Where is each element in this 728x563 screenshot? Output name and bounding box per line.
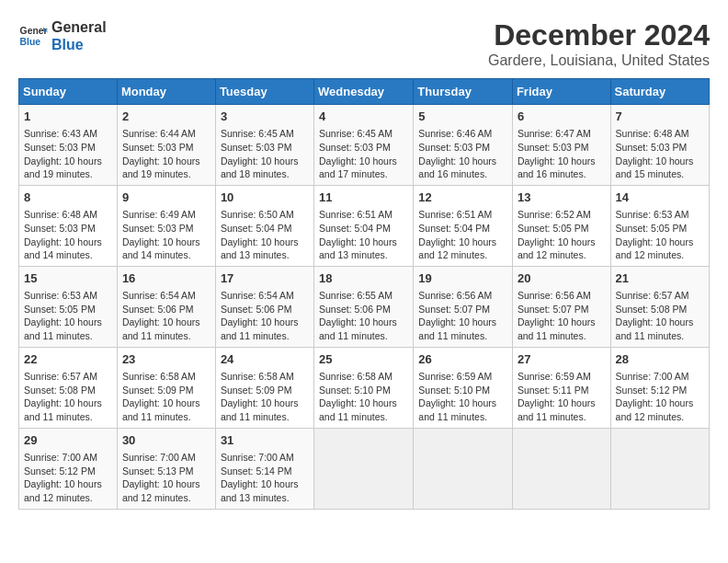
day-number: 29 — [24, 432, 112, 449]
calendar-cell: 15Sunrise: 6:53 AMSunset: 5:05 PMDayligh… — [19, 266, 118, 347]
day-number: 7 — [616, 109, 704, 125]
day-number: 23 — [122, 351, 210, 368]
calendar-cell: 8Sunrise: 6:48 AMSunset: 5:03 PMDaylight… — [19, 185, 118, 266]
calendar-cell: 16Sunrise: 6:54 AMSunset: 5:06 PMDayligh… — [117, 266, 215, 347]
calendar-cell: 21Sunrise: 6:57 AMSunset: 5:08 PMDayligh… — [610, 266, 709, 347]
calendar-cell: 5Sunrise: 6:46 AMSunset: 5:03 PMDaylight… — [414, 105, 513, 186]
header: General Blue General Blue December 2024 … — [18, 18, 710, 69]
calendar-cell: 20Sunrise: 6:56 AMSunset: 5:07 PMDayligh… — [512, 266, 610, 347]
page-subtitle: Gardere, Louisiana, United States — [488, 52, 710, 69]
calendar-cell: 11Sunrise: 6:51 AMSunset: 5:04 PMDayligh… — [314, 185, 414, 266]
header-monday: Monday — [117, 79, 215, 105]
calendar-cell: 19Sunrise: 6:56 AMSunset: 5:07 PMDayligh… — [414, 266, 513, 347]
calendar-cell: 22Sunrise: 6:57 AMSunset: 5:08 PMDayligh… — [19, 347, 118, 428]
week-row-5: 29Sunrise: 7:00 AMSunset: 5:12 PMDayligh… — [19, 428, 710, 509]
calendar-cell: 25Sunrise: 6:58 AMSunset: 5:10 PMDayligh… — [314, 347, 414, 428]
day-number: 17 — [221, 270, 309, 287]
day-number: 19 — [418, 270, 507, 287]
day-info: Sunrise: 6:59 AMSunset: 5:11 PMDaylight:… — [518, 370, 606, 424]
day-number: 27 — [518, 351, 606, 368]
logo-line1: General — [51, 18, 107, 36]
day-number: 14 — [616, 190, 704, 206]
day-number: 10 — [221, 190, 309, 206]
day-info: Sunrise: 7:00 AMSunset: 5:13 PMDaylight:… — [122, 451, 210, 505]
calendar-cell: 2Sunrise: 6:44 AMSunset: 5:03 PMDaylight… — [117, 105, 215, 186]
logo-icon: General Blue — [18, 21, 48, 51]
day-number: 30 — [122, 432, 210, 449]
day-info: Sunrise: 6:44 AMSunset: 5:03 PMDaylight:… — [122, 127, 210, 181]
calendar-cell: 14Sunrise: 6:53 AMSunset: 5:05 PMDayligh… — [610, 185, 709, 266]
day-info: Sunrise: 6:58 AMSunset: 5:10 PMDaylight:… — [319, 370, 408, 424]
header-thursday: Thursday — [414, 79, 513, 105]
day-info: Sunrise: 6:47 AMSunset: 5:03 PMDaylight:… — [518, 127, 606, 181]
calendar-cell: 13Sunrise: 6:52 AMSunset: 5:05 PMDayligh… — [512, 185, 610, 266]
calendar-cell — [512, 428, 610, 509]
header-wednesday: Wednesday — [314, 79, 414, 105]
day-number: 11 — [319, 190, 408, 206]
day-info: Sunrise: 6:48 AMSunset: 5:03 PMDaylight:… — [24, 208, 112, 262]
calendar-cell: 23Sunrise: 6:58 AMSunset: 5:09 PMDayligh… — [117, 347, 215, 428]
day-info: Sunrise: 6:53 AMSunset: 5:05 PMDaylight:… — [24, 289, 112, 343]
day-number: 3 — [221, 109, 309, 125]
header-saturday: Saturday — [610, 79, 709, 105]
day-info: Sunrise: 6:43 AMSunset: 5:03 PMDaylight:… — [24, 127, 112, 181]
day-info: Sunrise: 6:57 AMSunset: 5:08 PMDaylight:… — [616, 289, 704, 343]
calendar-cell: 24Sunrise: 6:58 AMSunset: 5:09 PMDayligh… — [215, 347, 313, 428]
calendar: SundayMondayTuesdayWednesdayThursdayFrid… — [18, 78, 710, 510]
day-info: Sunrise: 6:56 AMSunset: 5:07 PMDaylight:… — [518, 289, 606, 343]
day-info: Sunrise: 6:54 AMSunset: 5:06 PMDaylight:… — [221, 289, 309, 343]
day-info: Sunrise: 6:51 AMSunset: 5:04 PMDaylight:… — [418, 208, 507, 262]
calendar-cell: 12Sunrise: 6:51 AMSunset: 5:04 PMDayligh… — [414, 185, 513, 266]
day-number: 1 — [24, 109, 112, 125]
calendar-cell: 17Sunrise: 6:54 AMSunset: 5:06 PMDayligh… — [215, 266, 313, 347]
calendar-cell: 29Sunrise: 7:00 AMSunset: 5:12 PMDayligh… — [19, 428, 118, 509]
calendar-cell: 31Sunrise: 7:00 AMSunset: 5:14 PMDayligh… — [215, 428, 313, 509]
day-number: 18 — [319, 270, 408, 287]
day-number: 31 — [221, 432, 309, 449]
calendar-cell — [414, 428, 513, 509]
day-info: Sunrise: 6:58 AMSunset: 5:09 PMDaylight:… — [221, 370, 309, 424]
logo-line2: Blue — [51, 36, 107, 53]
day-info: Sunrise: 6:57 AMSunset: 5:08 PMDaylight:… — [24, 370, 112, 424]
day-number: 16 — [122, 270, 210, 287]
header-friday: Friday — [512, 79, 610, 105]
day-number: 5 — [418, 109, 507, 125]
day-number: 9 — [122, 190, 210, 206]
day-info: Sunrise: 7:00 AMSunset: 5:12 PMDaylight:… — [616, 370, 704, 424]
day-number: 8 — [24, 190, 112, 206]
day-info: Sunrise: 6:54 AMSunset: 5:06 PMDaylight:… — [122, 289, 210, 343]
day-number: 6 — [518, 109, 606, 125]
day-info: Sunrise: 6:58 AMSunset: 5:09 PMDaylight:… — [122, 370, 210, 424]
calendar-cell: 30Sunrise: 7:00 AMSunset: 5:13 PMDayligh… — [117, 428, 215, 509]
day-info: Sunrise: 6:46 AMSunset: 5:03 PMDaylight:… — [418, 127, 507, 181]
day-info: Sunrise: 6:48 AMSunset: 5:03 PMDaylight:… — [616, 127, 704, 181]
header-tuesday: Tuesday — [215, 79, 313, 105]
calendar-cell: 1Sunrise: 6:43 AMSunset: 5:03 PMDaylight… — [19, 105, 118, 186]
day-number: 21 — [616, 270, 704, 287]
week-row-4: 22Sunrise: 6:57 AMSunset: 5:08 PMDayligh… — [19, 347, 710, 428]
logo: General Blue General Blue — [18, 18, 107, 53]
day-number: 26 — [418, 351, 507, 368]
week-row-1: 1Sunrise: 6:43 AMSunset: 5:03 PMDaylight… — [19, 105, 710, 186]
day-info: Sunrise: 6:53 AMSunset: 5:05 PMDaylight:… — [616, 208, 704, 262]
day-number: 4 — [319, 109, 408, 125]
day-info: Sunrise: 7:00 AMSunset: 5:14 PMDaylight:… — [221, 451, 309, 505]
calendar-cell: 10Sunrise: 6:50 AMSunset: 5:04 PMDayligh… — [215, 185, 313, 266]
day-number: 22 — [24, 351, 112, 368]
day-info: Sunrise: 6:45 AMSunset: 5:03 PMDaylight:… — [319, 127, 408, 181]
day-info: Sunrise: 6:56 AMSunset: 5:07 PMDaylight:… — [418, 289, 507, 343]
day-number: 12 — [418, 190, 507, 206]
calendar-cell: 26Sunrise: 6:59 AMSunset: 5:10 PMDayligh… — [414, 347, 513, 428]
calendar-cell — [314, 428, 414, 509]
day-info: Sunrise: 7:00 AMSunset: 5:12 PMDaylight:… — [24, 451, 112, 505]
day-number: 28 — [616, 351, 704, 368]
day-info: Sunrise: 6:52 AMSunset: 5:05 PMDaylight:… — [518, 208, 606, 262]
day-number: 25 — [319, 351, 408, 368]
day-info: Sunrise: 6:50 AMSunset: 5:04 PMDaylight:… — [221, 208, 309, 262]
page-title: December 2024 — [488, 18, 710, 52]
day-info: Sunrise: 6:59 AMSunset: 5:10 PMDaylight:… — [418, 370, 507, 424]
day-number: 15 — [24, 270, 112, 287]
calendar-cell: 6Sunrise: 6:47 AMSunset: 5:03 PMDaylight… — [512, 105, 610, 186]
day-info: Sunrise: 6:51 AMSunset: 5:04 PMDaylight:… — [319, 208, 408, 262]
calendar-cell: 7Sunrise: 6:48 AMSunset: 5:03 PMDaylight… — [610, 105, 709, 186]
